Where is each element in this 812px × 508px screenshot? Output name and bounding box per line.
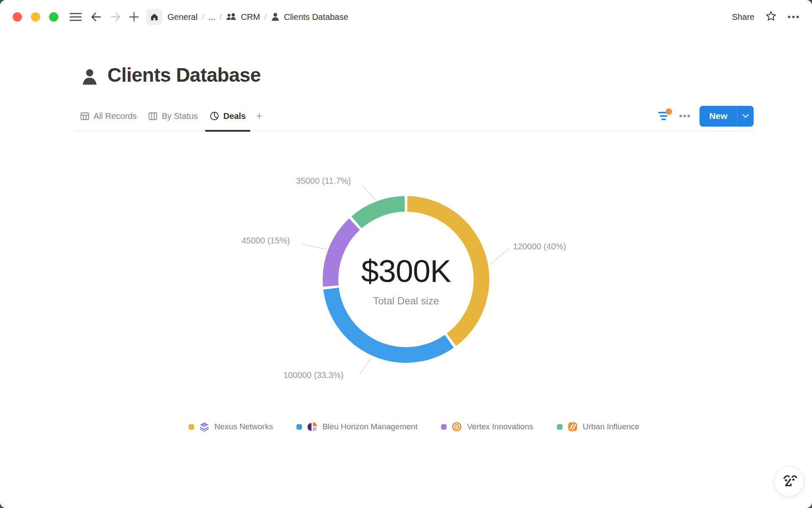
- chevron-down-icon: [742, 114, 749, 118]
- close-window-button[interactable]: [13, 12, 22, 22]
- back-arrow-icon: [91, 11, 102, 22]
- legend-label: Nexus Networks: [214, 422, 273, 431]
- zoom-window-button[interactable]: [49, 12, 58, 22]
- people-icon: [226, 12, 237, 22]
- board-icon: [148, 112, 157, 121]
- forward-arrow-icon: [110, 11, 121, 22]
- legend-label: Urban Influence: [583, 422, 639, 431]
- person-icon: [271, 12, 280, 22]
- share-button[interactable]: Share: [732, 12, 754, 22]
- chart-total-label: Total Deal size: [321, 295, 491, 307]
- tab-all-records[interactable]: All Records: [74, 101, 143, 131]
- table-icon: [80, 112, 89, 121]
- new-record-label: New: [700, 111, 737, 121]
- more-icon: [787, 15, 799, 19]
- legend-swatch: [441, 424, 447, 430]
- filter-active-badge: [666, 108, 672, 115]
- legend-swatch: [557, 424, 562, 430]
- view-options-ellipsis-icon: [679, 114, 690, 118]
- star-icon: [765, 11, 776, 22]
- tab-by-status-label: By Status: [162, 111, 198, 121]
- tab-by-status[interactable]: By Status: [143, 101, 204, 131]
- slice-label-urban-influence: 35000 (11.7%): [296, 176, 351, 186]
- app-window: General / ... / CRM / Clients Database S…: [0, 0, 812, 508]
- chart-center: $300K Total Deal size: [321, 253, 491, 307]
- pie-icon: [210, 111, 219, 121]
- breadcrumb-collapsed[interactable]: ...: [206, 11, 218, 24]
- legend-item-vertex-innovations[interactable]: Vertex Innovations: [441, 422, 533, 432]
- home-button[interactable]: [146, 9, 162, 25]
- breadcrumb-general[interactable]: General: [165, 11, 200, 24]
- view-options-button[interactable]: [679, 112, 690, 120]
- legend-item-nexus-networks[interactable]: Nexus Networks: [189, 422, 273, 432]
- vertex-rings-logo-icon: [452, 422, 462, 432]
- notion-ai-face-icon: [779, 472, 799, 491]
- more-options-button[interactable]: [787, 13, 799, 21]
- breadcrumb-crm[interactable]: CRM: [223, 11, 263, 24]
- breadcrumb-page-label: Clients Database: [284, 12, 348, 22]
- view-tabs-bar: All Records By Status Deals + New: [74, 101, 754, 132]
- hamburger-icon: [70, 12, 82, 22]
- slice-label-bleu-horizon: 100000 (33.3%): [283, 370, 343, 380]
- legend-swatch: [296, 424, 302, 430]
- legend-swatch: [189, 424, 194, 430]
- new-record-button[interactable]: New: [700, 106, 754, 127]
- ai-assistant-button[interactable]: [774, 466, 804, 497]
- favorite-button[interactable]: [765, 11, 776, 23]
- window-toolbar: General / ... / CRM / Clients Database S…: [0, 0, 812, 34]
- legend-label: Vertex Innovations: [467, 422, 533, 431]
- breadcrumb: General / ... / CRM / Clients Database: [165, 11, 351, 24]
- breadcrumb-current-page[interactable]: Clients Database: [268, 11, 351, 24]
- chart-legend: Nexus Networks Bleu Horizon Management V…: [74, 422, 754, 432]
- sidebar-toggle-button[interactable]: [68, 9, 84, 25]
- filter-button[interactable]: [658, 110, 670, 121]
- tab-all-records-label: All Records: [93, 111, 137, 121]
- breadcrumb-separator: /: [219, 12, 222, 22]
- nexus-layers-logo-icon: [199, 422, 209, 432]
- breadcrumb-collapsed-label: ...: [208, 12, 215, 22]
- back-button[interactable]: [88, 9, 104, 25]
- page-title: Clients Database: [107, 64, 261, 87]
- urban-stripes-logo-icon: [568, 422, 578, 432]
- minimize-window-button[interactable]: [31, 12, 40, 22]
- plus-icon: [129, 12, 139, 22]
- legend-item-urban-influence[interactable]: Urban Influence: [557, 422, 639, 432]
- new-page-button[interactable]: [126, 9, 142, 25]
- chart-total-value: $300K: [321, 253, 491, 289]
- breadcrumb-crm-label: CRM: [241, 12, 260, 22]
- bleu-horizon-pie-logo-icon: [307, 422, 317, 432]
- slice-label-vertex-innovations: 45000 (15%): [241, 236, 290, 246]
- legend-label: Bleu Horizon Management: [322, 422, 417, 431]
- donut-segment-urban-influence[interactable]: [351, 196, 405, 228]
- home-icon: [150, 13, 159, 21]
- breadcrumb-separator: /: [202, 12, 204, 22]
- add-view-button[interactable]: +: [252, 109, 266, 122]
- traffic-lights: [13, 12, 58, 22]
- page-person-icon: [80, 67, 99, 87]
- new-record-dropdown[interactable]: [738, 114, 754, 118]
- tab-deals[interactable]: Deals: [204, 101, 252, 131]
- legend-item-bleu-horizon[interactable]: Bleu Horizon Management: [296, 422, 417, 432]
- forward-button[interactable]: [107, 9, 123, 25]
- breadcrumb-separator: /: [264, 12, 266, 22]
- breadcrumb-general-label: General: [167, 12, 198, 22]
- tab-deals-label: Deals: [223, 111, 246, 121]
- slice-label-nexus-networks: 120000 (40%): [513, 242, 566, 251]
